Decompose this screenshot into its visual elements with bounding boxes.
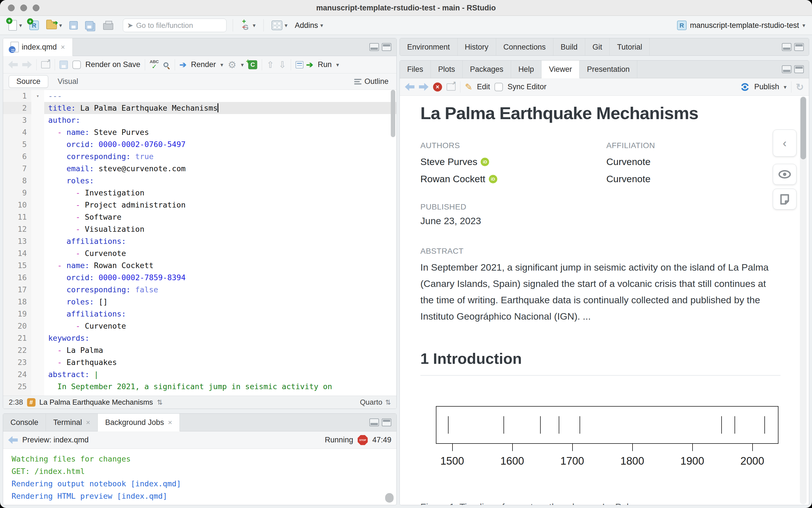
forward-icon[interactable] (22, 61, 32, 69)
close-tab-icon[interactable]: × (86, 418, 90, 427)
save-all-button[interactable] (83, 20, 97, 31)
refresh-viewer-icon[interactable]: ↻ (796, 81, 804, 93)
tab-terminal[interactable]: Terminal× (46, 414, 98, 431)
panes-caret-icon[interactable]: ▾ (285, 22, 287, 29)
tab-presentation[interactable]: Presentation (579, 60, 637, 78)
workspace-panes-button[interactable]: ▾ (270, 19, 289, 31)
render-button[interactable]: Render (191, 60, 216, 69)
tab-git[interactable]: Git (585, 38, 610, 56)
run-caret-icon[interactable]: ▾ (336, 61, 339, 68)
viewer-forward-icon[interactable] (419, 83, 429, 91)
new-file-icon: + (8, 20, 17, 31)
print-button[interactable] (102, 20, 115, 31)
code-editor[interactable]: 1▾---2title: La Palma Earthquake Mechani… (3, 90, 396, 396)
maximize-pane-icon[interactable] (382, 418, 391, 426)
tab-index-qmd[interactable]: index.qmd × (3, 38, 73, 56)
publish-button[interactable]: Publish (754, 83, 779, 91)
close-tab-icon[interactable]: × (168, 418, 172, 427)
source-mode-button[interactable]: Source (9, 75, 48, 88)
code-text: orcid: 0000-0002-7859-8394 (44, 271, 396, 284)
tab-build[interactable]: Build (553, 38, 585, 56)
tab-environment[interactable]: Environment (400, 38, 457, 56)
code-token: orcid: (67, 273, 94, 282)
code-line: 21keywords: (3, 332, 396, 344)
line-number: 6 (3, 151, 31, 163)
job-output[interactable]: Watching files for changesGET: /index.ht… (3, 449, 396, 505)
code-text: the island of La Palma (Canary Islands, … (44, 392, 396, 396)
tab-background-jobs[interactable]: Background Jobs× (98, 414, 180, 431)
back-icon[interactable] (8, 61, 18, 69)
outline-button[interactable]: Outline (354, 77, 391, 86)
minimize-pane-icon[interactable] (369, 43, 379, 51)
minimize-pane-icon[interactable] (782, 43, 791, 51)
maximize-pane-icon[interactable] (794, 65, 804, 73)
version-control-caret-icon[interactable]: ▾ (253, 22, 255, 29)
new-file-caret-icon[interactable]: ▾ (19, 22, 22, 29)
fold-gutter (31, 247, 44, 259)
gear-caret-icon[interactable]: ▾ (241, 61, 244, 68)
minimize-pane-icon[interactable] (369, 418, 379, 426)
editor-scrollbar[interactable] (391, 90, 395, 137)
sync-editor-checkbox[interactable] (494, 83, 503, 91)
tab-help[interactable]: Help (511, 60, 542, 78)
console-scrollbar[interactable] (385, 493, 394, 503)
tab-label: Plots (438, 65, 455, 74)
viewer-open-in-new-window-icon[interactable] (447, 83, 456, 91)
annotation-button[interactable] (773, 189, 797, 210)
code-token (48, 188, 76, 197)
file-type-menu[interactable]: Quarto (360, 398, 382, 407)
edit-button[interactable]: Edit (477, 83, 490, 91)
gear-icon[interactable]: ⚙ (228, 59, 236, 71)
project-menu-button[interactable]: R manuscript-template-rstudio-test ▾ (677, 20, 805, 30)
tab-tutorial[interactable]: Tutorial (610, 38, 650, 56)
run-button[interactable]: Run (318, 60, 332, 69)
code-token: 0000-0002-7859-8394 (94, 273, 186, 282)
jobs-back-icon[interactable] (8, 436, 18, 444)
tab-viewer[interactable]: Viewer (541, 60, 579, 78)
viewer-content[interactable]: La Palma Earthquake Mechanisms AUTHORSAF… (400, 96, 809, 505)
minimize-pane-icon[interactable] (782, 65, 791, 73)
run-previous-icon[interactable]: ⇧ (267, 59, 274, 70)
render-caret-icon[interactable]: ▾ (220, 61, 223, 68)
find-replace-icon[interactable] (163, 62, 168, 67)
open-in-new-window-icon[interactable] (41, 61, 50, 69)
stop-job-icon[interactable]: STOP (358, 435, 368, 445)
insert-chunk-icon[interactable]: C (248, 60, 257, 69)
tab-files[interactable]: Files (400, 60, 431, 78)
new-project-button[interactable]: R+ (28, 19, 41, 31)
code-token: corresponding: (67, 152, 131, 161)
clear-viewer-icon[interactable]: × (433, 83, 442, 91)
visibility-button[interactable] (773, 164, 797, 185)
visual-mode-button[interactable]: Visual (50, 76, 86, 88)
render-on-save-checkbox[interactable] (72, 60, 81, 69)
tab-connections[interactable]: Connections (496, 38, 553, 56)
source-editor-pane: index.qmd × Render on Save ABC✓ ➔ Render… (3, 38, 397, 409)
addins-button[interactable]: Addins ▾ (293, 20, 325, 31)
spellcheck-icon[interactable]: ABC✓ (150, 59, 159, 70)
orcid-icon[interactable]: iD (489, 175, 497, 183)
save-button[interactable] (68, 20, 79, 31)
run-next-icon[interactable]: ⇩ (279, 59, 286, 70)
maximize-pane-icon[interactable] (794, 43, 804, 51)
viewer-scrollbar-thumb[interactable] (801, 97, 806, 159)
version-control-button[interactable]: G+− ▾ (239, 18, 257, 32)
tab-history[interactable]: History (457, 38, 496, 56)
new-file-button[interactable]: + ▾ (7, 19, 24, 32)
close-tab-icon[interactable]: × (61, 43, 65, 51)
maximize-pane-icon[interactable] (382, 43, 391, 51)
goto-file-function-input[interactable]: ➤ Go to file/function (123, 18, 227, 32)
tab-console[interactable]: Console (3, 414, 46, 431)
open-file-button[interactable]: ➔ ▾ (44, 20, 64, 31)
collapse-panel-button[interactable]: ‹ (773, 130, 797, 157)
fold-arrow-icon[interactable]: ▾ (31, 90, 44, 102)
filetype-updown-icon: ⇅ (385, 398, 391, 406)
fold-gutter (31, 380, 44, 392)
orcid-icon[interactable]: iD (481, 158, 489, 166)
tab-plots[interactable]: Plots (431, 60, 462, 78)
viewer-back-icon[interactable] (405, 83, 414, 91)
section-jump-menu[interactable]: La Palma Earthquake Mechanisms (39, 398, 153, 407)
publish-caret-icon[interactable]: ▾ (783, 84, 786, 90)
tab-packages[interactable]: Packages (462, 60, 511, 78)
save-file-icon[interactable] (59, 60, 68, 69)
open-file-caret-icon[interactable]: ▾ (59, 22, 62, 29)
